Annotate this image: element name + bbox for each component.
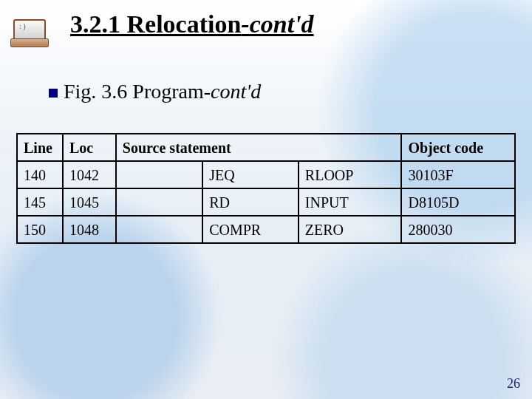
cell-loc: 1048: [63, 216, 116, 243]
cell-mnemonic: COMPR: [202, 216, 299, 243]
col-source: Source statement: [116, 134, 402, 161]
table-row: 145 1045 RD INPUT D8105D: [17, 188, 515, 216]
title-suffix: -cont'd: [241, 10, 313, 38]
subtitle-suffix: -cont'd: [204, 80, 262, 103]
title-main: 3.2.1 Relocation: [70, 10, 241, 38]
cell-operand: ZERO: [299, 216, 402, 243]
col-object: Object code: [401, 134, 515, 161]
subtitle: Fig. 3.6 Program-cont'd: [49, 80, 261, 103]
col-loc: Loc: [63, 134, 116, 161]
program-table: Line Loc Source statement Object code 14…: [16, 133, 516, 244]
cell-label: [116, 216, 202, 243]
bullet-icon: [49, 89, 58, 98]
cell-label: [116, 188, 202, 216]
page-number: 26: [507, 376, 520, 392]
face-icon: : ): [19, 22, 26, 30]
cell-object: 30103F: [401, 161, 515, 188]
cell-label: [116, 161, 202, 188]
keyboard-icon: [10, 38, 49, 47]
slide: { "title": { "main": "3.2.1 Relocation",…: [0, 0, 532, 399]
slide-title: 3.2.1 Relocation-cont'd: [70, 10, 314, 38]
cell-object: D8105D: [401, 188, 515, 216]
subtitle-prefix: Fig. 3.6 Program: [64, 80, 204, 103]
cell-line: 150: [17, 216, 63, 243]
cell-line: 140: [17, 161, 63, 188]
table-row: 150 1048 COMPR ZERO 280030: [17, 216, 515, 243]
col-line: Line: [17, 134, 63, 161]
cell-loc: 1045: [63, 188, 116, 216]
cell-loc: 1042: [63, 161, 116, 188]
cell-line: 145: [17, 188, 63, 216]
cell-operand: INPUT: [299, 188, 402, 216]
computer-icon: : ): [9, 16, 49, 46]
cell-object: 280030: [401, 216, 515, 243]
cell-operand: RLOOP: [299, 161, 402, 188]
table-row: 140 1042 JEQ RLOOP 30103F: [17, 161, 515, 188]
cell-mnemonic: JEQ: [202, 161, 299, 188]
table-header-row: Line Loc Source statement Object code: [17, 134, 515, 161]
cell-mnemonic: RD: [202, 188, 299, 216]
